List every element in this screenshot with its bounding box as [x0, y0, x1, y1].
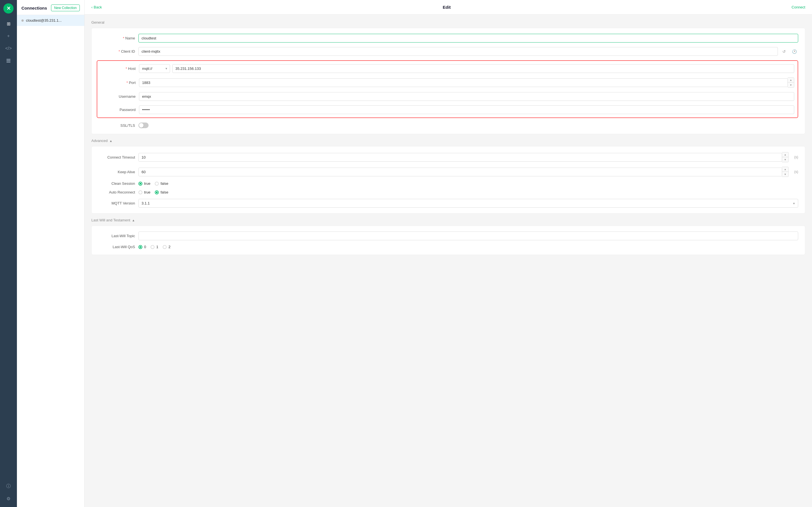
name-label: Name [98, 36, 135, 40]
qos-2-label: 2 [168, 245, 170, 249]
sidebar-icon-connections[interactable]: ⊞ [3, 18, 13, 29]
mqtt-version-label: MQTT Version [98, 201, 135, 205]
advanced-chevron-icon: ▲ [109, 139, 112, 143]
host-protocol-wrapper: mqtt:// mqtts:// ws:// wss:// ▼ [139, 64, 170, 73]
last-will-section-title[interactable]: Last Will and Testament ▲ [91, 218, 805, 222]
host-protocol-select[interactable]: mqtt:// mqtts:// ws:// wss:// [139, 64, 170, 73]
clean-session-radio-group: true false [139, 181, 168, 186]
sidebar-narrow: ✕ ⊞ + </> ⓘ ⚙ [0, 0, 17, 507]
username-label: Username [99, 94, 136, 99]
clean-session-false-radio[interactable] [155, 182, 159, 186]
ssl-tls-row: SSL/TLS [98, 122, 798, 128]
new-collection-button[interactable]: New Collection [51, 4, 80, 11]
clean-session-false-option[interactable]: false [155, 181, 168, 186]
connection-item[interactable]: cloudtest@35.231.1... [17, 15, 84, 26]
qos-0-option[interactable]: 0 [139, 245, 146, 249]
password-row: Password [99, 105, 794, 114]
sidebar-icon-table[interactable] [3, 56, 13, 66]
keep-alive-unit: (s) [794, 170, 798, 174]
sidebar-icon-code[interactable]: </> [3, 43, 13, 54]
auto-reconnect-false-option[interactable]: false [155, 190, 168, 194]
client-id-input[interactable] [139, 47, 778, 56]
keep-alive-input[interactable] [139, 168, 782, 176]
qos-1-radio[interactable] [151, 245, 154, 249]
connect-button[interactable]: Connect [792, 5, 805, 9]
app-logo: ✕ [3, 3, 13, 13]
keep-alive-label: Keep Alive [98, 170, 135, 174]
connection-status-dot [21, 19, 24, 22]
ssl-tls-toggle[interactable] [139, 122, 149, 128]
auto-reconnect-false-label: false [160, 190, 168, 194]
last-will-topic-input[interactable] [139, 231, 798, 240]
general-section-title: General [91, 20, 805, 24]
refresh-icon[interactable]: ↺ [780, 48, 788, 55]
clean-session-true-radio[interactable] [139, 182, 142, 186]
sidebar-icon-add[interactable]: + [3, 31, 13, 41]
auto-reconnect-true-label: true [144, 190, 150, 194]
connections-header: Connections New Collection [17, 0, 84, 15]
back-link[interactable]: ‹ Back [91, 5, 102, 9]
client-id-row: Client ID ↺ 🕐 [98, 47, 798, 56]
port-spinners: ▲ ▼ [788, 77, 794, 88]
clean-session-true-label: true [144, 181, 150, 186]
ssl-tls-label: SSL/TLS [98, 123, 135, 128]
qos-2-radio[interactable] [163, 245, 167, 249]
advanced-title-text: Advanced [91, 138, 108, 143]
clean-session-false-label: false [160, 181, 168, 186]
last-will-topic-label: Last-Will Topic [98, 234, 135, 238]
topbar: ‹ Back Edit Connect [85, 0, 812, 15]
timeout-up-button[interactable]: ▲ [782, 152, 788, 157]
qos-1-label: 1 [156, 245, 158, 249]
password-label: Password [99, 108, 136, 112]
port-down-button[interactable]: ▼ [788, 82, 794, 87]
keep-alive-spinners: ▲ ▼ [782, 167, 789, 177]
sidebar-icon-info[interactable]: ⓘ [3, 481, 13, 491]
port-group: ▲ ▼ [139, 77, 794, 88]
connection-name: cloudtest@35.231.1... [26, 18, 62, 22]
auto-reconnect-true-radio[interactable] [139, 190, 142, 194]
connect-timeout-row: Connect Timeout ▲ ▼ (s) [98, 152, 798, 162]
keep-alive-group: ▲ ▼ [139, 167, 789, 177]
port-up-button[interactable]: ▲ [788, 78, 794, 82]
svg-rect-2 [6, 62, 10, 62]
password-input[interactable] [139, 105, 794, 114]
qos-1-option[interactable]: 1 [151, 245, 158, 249]
connect-timeout-group: ▲ ▼ [139, 152, 789, 162]
connect-timeout-label: Connect Timeout [98, 155, 135, 159]
username-input[interactable] [139, 92, 794, 101]
connections-panel: Connections New Collection cloudtest@35.… [17, 0, 85, 507]
mqtt-version-select[interactable]: 3.1.1 5.0 [139, 199, 798, 208]
sidebar-icon-settings[interactable]: ⚙ [3, 494, 13, 504]
qos-0-radio[interactable] [139, 245, 142, 249]
mqtt-version-select-wrapper: 3.1.1 5.0 ▼ [139, 199, 798, 208]
last-will-qos-radio-group: 0 1 2 [139, 245, 170, 249]
last-will-topic-row: Last-Will Topic [98, 231, 798, 240]
port-input[interactable] [139, 78, 788, 87]
connect-timeout-input[interactable] [139, 153, 782, 162]
keep-alive-up-button[interactable]: ▲ [782, 167, 788, 172]
keep-alive-row: Keep Alive ▲ ▼ (s) [98, 167, 798, 177]
timeout-down-button[interactable]: ▼ [782, 157, 788, 162]
name-input[interactable] [139, 34, 798, 43]
svg-rect-0 [6, 59, 10, 60]
time-icon[interactable]: 🕐 [790, 48, 798, 55]
mqtt-version-row: MQTT Version 3.1.1 5.0 ▼ [98, 199, 798, 208]
qos-0-label: 0 [144, 245, 146, 249]
client-id-label: Client ID [98, 49, 135, 54]
keep-alive-down-button[interactable]: ▼ [782, 172, 788, 177]
clean-session-true-option[interactable]: true [139, 181, 150, 186]
form-area: General Name Client ID ↺ 🕐 Host [85, 15, 812, 507]
username-row: Username [99, 92, 794, 101]
advanced-section-title[interactable]: Advanced ▲ [91, 138, 805, 143]
connections-title: Connections [21, 6, 47, 10]
main-content: ‹ Back Edit Connect General Name Client … [85, 0, 812, 507]
host-address-input[interactable] [172, 64, 794, 73]
host-row: Host mqtt:// mqtts:// ws:// wss:// ▼ [99, 64, 794, 73]
last-will-chevron-icon: ▲ [132, 219, 135, 222]
qos-2-option[interactable]: 2 [163, 245, 170, 249]
back-chevron-icon: ‹ [91, 5, 93, 9]
auto-reconnect-true-option[interactable]: true [139, 190, 150, 194]
port-row: Port ▲ ▼ [99, 77, 794, 88]
port-label: Port [99, 80, 136, 85]
auto-reconnect-false-radio[interactable] [155, 190, 159, 194]
